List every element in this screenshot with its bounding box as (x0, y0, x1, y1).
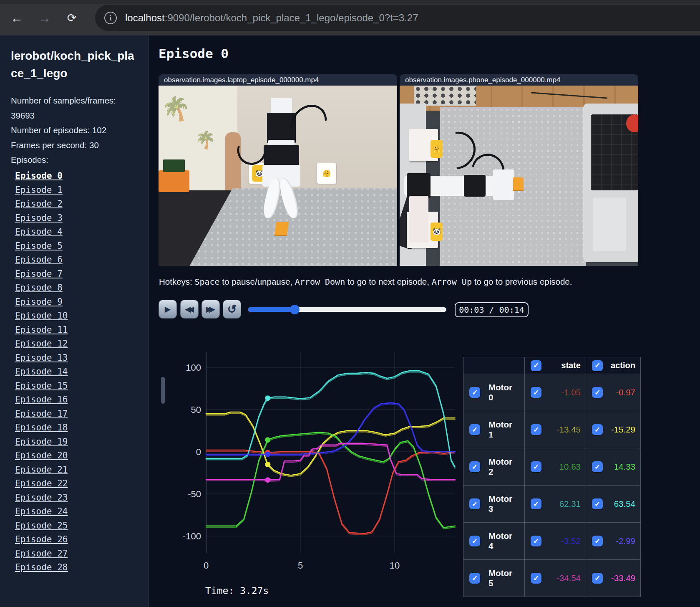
motor-3-action-checkbox[interactable]: ✓ (592, 498, 603, 509)
action-value: 14.33 (608, 462, 635, 472)
sidebar-item-episode-4[interactable]: Episode 4 (15, 225, 68, 239)
motor-2-state-checkbox[interactable]: ✓ (531, 461, 541, 472)
motor-label: Motor 4 (485, 531, 519, 551)
motor-0-visibility-checkbox[interactable]: ✓ (469, 387, 480, 398)
reload-icon[interactable]: ⟳ (63, 9, 81, 27)
video-panel-laptop: observation.images.laptop_episode_000000… (159, 74, 397, 266)
sidebar-item-episode-5[interactable]: Episode 5 (15, 239, 68, 253)
state-value: -1.05 (546, 387, 581, 397)
empty-header-cell (463, 357, 525, 374)
motor-2-action-checkbox[interactable]: ✓ (592, 461, 603, 472)
phone-video-preview: 🤗 🐼 (400, 86, 638, 266)
time-display: 00:03 / 00:14 (455, 302, 529, 317)
sidebar-item-episode-28[interactable]: Episode 28 (15, 561, 68, 575)
table-row-motor-2: ✓Motor 2✓10.63✓14.33 (463, 448, 641, 486)
episode-list: Episode 0Episode 1Episode 2Episode 3Epis… (15, 169, 68, 575)
state-value: -34.54 (546, 573, 581, 583)
state-column-header: ✓state (525, 357, 586, 374)
motor-0-state-checkbox[interactable]: ✓ (531, 387, 541, 398)
motor-5-visibility-checkbox[interactable]: ✓ (469, 573, 480, 584)
video-panel-phone: observation.images.phone_episode_000000.… (400, 74, 638, 266)
motor-0-action-checkbox[interactable]: ✓ (592, 387, 603, 398)
video-progress-slider[interactable] (248, 307, 446, 312)
sidebar-item-episode-1[interactable]: Episode 1 (15, 183, 68, 197)
sidebar-item-episode-0[interactable]: Episode 0 (15, 169, 68, 183)
svg-text:-50: -50 (188, 489, 201, 499)
orange-lego-brick (513, 177, 524, 191)
svg-text:0: 0 (196, 447, 201, 457)
motor-label: Motor 2 (485, 457, 519, 477)
url-bar[interactable]: i localhost:9090/lerobot/koch_pick_place… (95, 5, 700, 31)
motor-4-action-checkbox[interactable]: ✓ (592, 536, 603, 546)
sidebar-item-episode-10[interactable]: Episode 10 (15, 309, 68, 323)
episodes-heading: Episodes: (11, 152, 137, 167)
fast-forward-button[interactable]: ▶▶ (201, 300, 220, 319)
play-button[interactable]: ▶ (159, 300, 177, 319)
sidebar-item-episode-14[interactable]: Episode 14 (15, 365, 68, 379)
back-icon[interactable]: ← (8, 9, 26, 27)
motor-1-action-checkbox[interactable]: ✓ (592, 424, 603, 435)
motor-3-state-checkbox[interactable]: ✓ (531, 498, 541, 509)
sidebar-item-episode-3[interactable]: Episode 3 (15, 211, 68, 225)
sidebar-item-episode-21[interactable]: Episode 21 (15, 463, 68, 477)
sidebar-item-episode-15[interactable]: Episode 15 (15, 379, 68, 393)
sidebar-item-episode-6[interactable]: Episode 6 (15, 253, 68, 267)
space-key: Space (194, 277, 219, 287)
video-title-phone: observation.images.phone_episode_000000.… (400, 74, 638, 86)
action-column-checkbox[interactable]: ✓ (592, 360, 603, 371)
svg-text:10: 10 (390, 560, 400, 571)
motor-label: Motor 5 (485, 568, 519, 588)
forward-icon[interactable]: → (35, 9, 54, 27)
laptop-video-preview: 🌴 🌴 🐼 🤗 (159, 86, 397, 266)
motor-1-state-checkbox[interactable]: ✓ (531, 424, 541, 435)
svg-text:5: 5 (298, 560, 303, 571)
scrollbar-thumb[interactable] (161, 377, 165, 404)
sidebar-item-episode-11[interactable]: Episode 11 (15, 323, 68, 337)
state-column-checkbox[interactable]: ✓ (531, 360, 541, 371)
action-column-header: ✓action (586, 357, 641, 374)
sidebar-item-episode-13[interactable]: Episode 13 (15, 351, 68, 365)
progress-thumb[interactable] (290, 305, 300, 314)
sidebar-item-episode-22[interactable]: Episode 22 (15, 477, 68, 491)
sidebar-item-episode-16[interactable]: Episode 16 (15, 393, 68, 407)
state-value: 62.31 (546, 499, 581, 509)
rewind-button[interactable]: ◀◀ (180, 300, 199, 319)
table-row-motor-1: ✓Motor 1✓-13.45✓-15.29 (463, 411, 641, 448)
table-row-motor-0: ✓Motor 0✓-1.05✓-0.97 (463, 374, 641, 411)
sidebar-item-episode-27[interactable]: Episode 27 (15, 547, 68, 561)
chrome-top-strip (0, 0, 700, 4)
motor-5-action-checkbox[interactable]: ✓ (592, 573, 603, 584)
sidebar-item-episode-20[interactable]: Episode 20 (15, 449, 68, 463)
video-title-laptop: observation.images.laptop_episode_000000… (159, 74, 397, 86)
panda-card: 🐼 (431, 223, 443, 240)
site-info-icon[interactable]: i (104, 12, 117, 24)
sidebar-item-episode-26[interactable]: Episode 26 (15, 533, 68, 547)
state-value: -13.45 (546, 425, 581, 435)
keyboard-top (414, 86, 476, 106)
sidebar-item-episode-8[interactable]: Episode 8 (15, 281, 68, 295)
hotkeys-help: Hotkeys: Space to pause/unpause, Arrow D… (159, 277, 572, 287)
motor-5-state-checkbox[interactable]: ✓ (531, 573, 541, 584)
robot-elbow-motor (464, 175, 485, 197)
motor-chart: 100500-50-1000510 (173, 349, 461, 593)
motor-2-visibility-checkbox[interactable]: ✓ (469, 461, 480, 472)
fps-value: Frames per second: 30 (11, 138, 137, 153)
robot-motor-block (264, 145, 300, 167)
motor-4-visibility-checkbox[interactable]: ✓ (469, 536, 480, 546)
sidebar-item-episode-18[interactable]: Episode 18 (15, 421, 68, 435)
sidebar-item-episode-2[interactable]: Episode 2 (15, 197, 68, 211)
sidebar-item-episode-19[interactable]: Episode 19 (15, 435, 68, 449)
sidebar-item-episode-25[interactable]: Episode 25 (15, 519, 68, 533)
state-value: -3.52 (546, 536, 581, 546)
motor-1-visibility-checkbox[interactable]: ✓ (469, 424, 480, 435)
motor-3-visibility-checkbox[interactable]: ✓ (469, 498, 480, 509)
sidebar-item-episode-12[interactable]: Episode 12 (15, 337, 68, 351)
loop-button[interactable]: ↺ (223, 300, 241, 319)
sidebar-item-episode-24[interactable]: Episode 24 (15, 505, 68, 519)
sidebar-item-episode-17[interactable]: Episode 17 (15, 407, 68, 421)
motor-4-state-checkbox[interactable]: ✓ (531, 536, 541, 546)
sidebar-item-episode-9[interactable]: Episode 9 (15, 295, 68, 309)
dataset-info: Number of samples/frames: 39693 Number o… (11, 93, 137, 167)
sidebar-item-episode-7[interactable]: Episode 7 (15, 267, 68, 281)
sidebar-item-episode-23[interactable]: Episode 23 (15, 491, 68, 505)
